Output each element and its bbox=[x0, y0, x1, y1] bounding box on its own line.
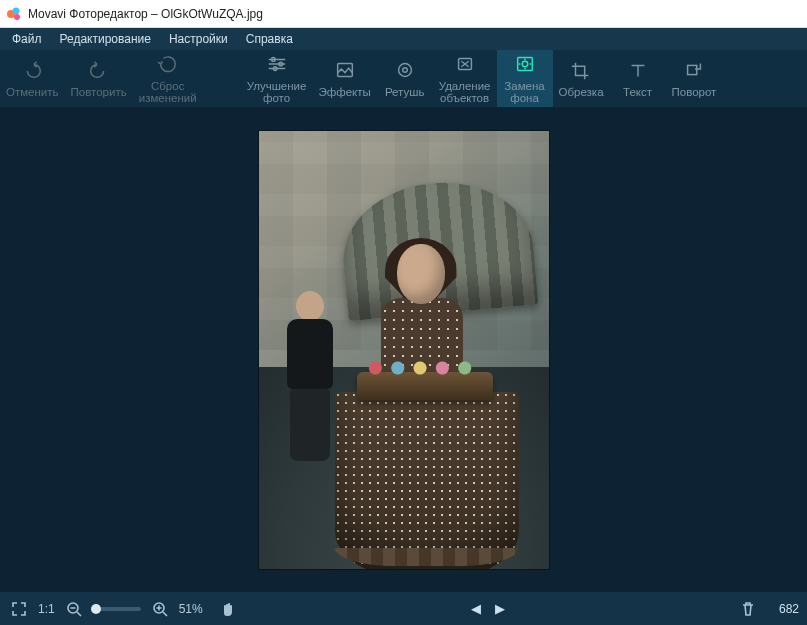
text-button[interactable]: Текст bbox=[610, 50, 666, 107]
background-replace-icon bbox=[514, 54, 536, 77]
svg-point-2 bbox=[14, 14, 20, 20]
menu-edit[interactable]: Редактирование bbox=[52, 30, 159, 48]
menu-help[interactable]: Справка bbox=[238, 30, 301, 48]
crop-icon bbox=[570, 60, 592, 83]
window-title: Movavi Фоторедактор – OlGkOtWuZQA.jpg bbox=[28, 7, 263, 21]
menu-file[interactable]: Файл bbox=[4, 30, 50, 48]
crop-label: Обрезка bbox=[559, 86, 604, 98]
zoom-in-button[interactable] bbox=[149, 598, 171, 620]
text-label: Текст bbox=[623, 86, 652, 98]
retouch-button[interactable]: Ретушь bbox=[377, 50, 433, 107]
menu-settings[interactable]: Настройки bbox=[161, 30, 236, 48]
image-dimension: 682 bbox=[779, 602, 799, 616]
fullscreen-button[interactable] bbox=[8, 598, 30, 620]
zoom-out-button[interactable] bbox=[63, 598, 85, 620]
reset-button[interactable]: Сброс изменений bbox=[133, 50, 203, 107]
rotate-button[interactable]: Поворот bbox=[666, 50, 723, 107]
canvas-area[interactable] bbox=[0, 108, 807, 591]
toolbar: Отменить Повторить Сброс изменений Улучш… bbox=[0, 50, 807, 108]
rotate-label: Поворот bbox=[672, 86, 717, 98]
titlebar: Movavi Фоторедактор – OlGkOtWuZQA.jpg bbox=[0, 0, 807, 28]
removal-label: Удаление объектов bbox=[439, 80, 491, 104]
reset-icon bbox=[157, 54, 179, 77]
zoom-percent: 51% bbox=[179, 602, 203, 616]
crop-button[interactable]: Обрезка bbox=[553, 50, 610, 107]
object-removal-button[interactable]: Удаление объектов bbox=[433, 50, 497, 107]
undo-button[interactable]: Отменить bbox=[0, 50, 65, 107]
status-bar: 1:1 51% ◀ ▶ 682 bbox=[0, 591, 807, 625]
retouch-label: Ретушь bbox=[385, 86, 425, 98]
svg-rect-12 bbox=[688, 66, 697, 75]
effects-button[interactable]: Эффекты bbox=[312, 50, 376, 107]
redo-label: Повторить bbox=[71, 86, 127, 98]
photo-preview[interactable] bbox=[259, 131, 549, 569]
background-replace-button[interactable]: Замена фона bbox=[497, 50, 553, 107]
removal-icon bbox=[454, 54, 476, 77]
scale-1to1-button[interactable]: 1:1 bbox=[38, 602, 55, 616]
effects-label: Эффекты bbox=[318, 86, 370, 98]
rotate-icon bbox=[683, 60, 705, 83]
app-logo-icon bbox=[6, 6, 22, 22]
next-image-button[interactable]: ▶ bbox=[495, 601, 505, 616]
undo-icon bbox=[21, 60, 43, 83]
redo-icon bbox=[88, 60, 110, 83]
svg-point-7 bbox=[398, 64, 411, 77]
enhance-label: Улучшение фото bbox=[247, 80, 307, 104]
svg-point-8 bbox=[402, 68, 407, 73]
hand-tool-button[interactable] bbox=[217, 598, 239, 620]
svg-point-11 bbox=[522, 61, 528, 67]
svg-point-1 bbox=[13, 7, 20, 14]
sliders-icon bbox=[266, 54, 288, 77]
reset-label: Сброс изменений bbox=[139, 80, 197, 104]
effects-icon bbox=[334, 60, 356, 83]
undo-label: Отменить bbox=[6, 86, 59, 98]
enhance-button[interactable]: Улучшение фото bbox=[241, 50, 313, 107]
redo-button[interactable]: Повторить bbox=[65, 50, 133, 107]
background-replace-label: Замена фона bbox=[504, 80, 544, 104]
menubar: Файл Редактирование Настройки Справка bbox=[0, 28, 807, 50]
retouch-icon bbox=[394, 60, 416, 83]
prev-image-button[interactable]: ◀ bbox=[471, 601, 481, 616]
zoom-slider[interactable] bbox=[93, 607, 141, 611]
nav-arrows: ◀ ▶ bbox=[471, 601, 505, 616]
delete-button[interactable] bbox=[737, 598, 759, 620]
text-icon bbox=[627, 60, 649, 83]
